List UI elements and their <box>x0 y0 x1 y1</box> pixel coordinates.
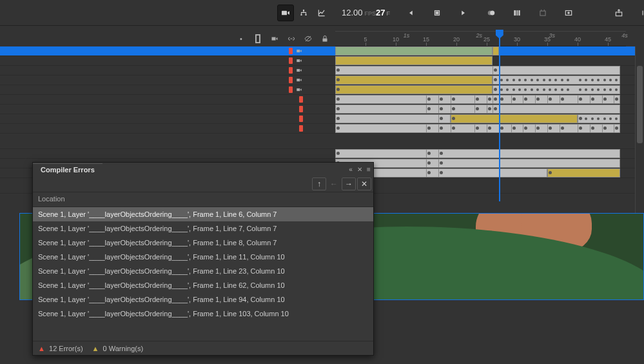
timeline-track[interactable] <box>335 134 626 148</box>
clear-button[interactable]: ✕ <box>357 177 371 190</box>
timeline-row[interactable] <box>0 46 644 56</box>
camera-column-icon[interactable] <box>269 34 280 44</box>
timeline-row[interactable] <box>0 76 644 85</box>
timeline-row[interactable] <box>0 105 644 114</box>
keyframe[interactable] <box>337 126 340 130</box>
clip[interactable] <box>335 56 493 65</box>
timeline-row[interactable] <box>0 85 644 95</box>
keyframe[interactable] <box>440 117 443 120</box>
timeline-track[interactable] <box>335 95 626 104</box>
keyframe[interactable] <box>579 126 582 130</box>
keyframe[interactable] <box>427 97 431 101</box>
clip[interactable] <box>335 66 620 75</box>
keyframe[interactable] <box>591 126 594 130</box>
timeline-row[interactable] <box>0 134 644 149</box>
layer-gutter[interactable] <box>0 85 335 94</box>
keyframe[interactable] <box>549 171 552 174</box>
clip[interactable] <box>547 168 620 177</box>
layer-gutter[interactable] <box>0 134 335 148</box>
insert-frame-button[interactable] <box>560 5 577 21</box>
clip[interactable] <box>335 46 493 56</box>
close-panel-icon[interactable]: ✕ <box>355 166 364 173</box>
error-item[interactable]: Scene 1, Layer '____layerObjectsOrdering… <box>33 221 373 236</box>
timeline-row[interactable] <box>0 114 644 124</box>
keyframe[interactable] <box>512 126 516 130</box>
keyframe[interactable] <box>561 97 564 101</box>
collapse-icon[interactable]: « <box>346 166 355 173</box>
timeline-track[interactable] <box>335 178 626 193</box>
keyframe[interactable] <box>452 126 455 130</box>
timeline-track[interactable] <box>335 46 626 56</box>
keyframe[interactable] <box>440 107 443 110</box>
timeline-track[interactable] <box>335 56 626 65</box>
timeline-ruler[interactable]: 1s2s3s4s51015202530354045 <box>335 31 626 46</box>
timeline-row[interactable] <box>0 149 644 159</box>
keyframe[interactable] <box>500 97 503 101</box>
keyframe[interactable] <box>337 97 340 101</box>
layer-gutter[interactable] <box>0 76 335 85</box>
keyframe[interactable] <box>427 152 431 155</box>
keyframe[interactable] <box>337 88 340 91</box>
prev-frame-button[interactable] <box>403 5 420 21</box>
keyframe[interactable] <box>488 97 491 101</box>
keyframe[interactable] <box>337 152 340 155</box>
timeline-track[interactable] <box>335 76 626 85</box>
error-item[interactable]: Scene 1, Layer '____layerObjectsOrdering… <box>33 292 373 307</box>
error-item[interactable]: Scene 1, Layer '____layerObjectsOrdering… <box>33 278 373 292</box>
layer-gutter[interactable] <box>0 46 335 56</box>
keyframe[interactable] <box>452 97 455 101</box>
stop-button[interactable] <box>429 5 445 21</box>
timeline-row[interactable] <box>0 124 644 134</box>
keyframe[interactable] <box>488 126 491 130</box>
keyframe[interactable] <box>427 171 431 174</box>
keyframe[interactable] <box>579 97 582 101</box>
keyframe[interactable] <box>603 97 607 101</box>
panel-menu-icon[interactable]: ≡ <box>364 166 373 173</box>
error-item[interactable]: Scene 1, Layer '____layerObjectsOrdering… <box>33 307 373 321</box>
keyframe[interactable] <box>337 78 340 81</box>
timeline-row[interactable] <box>0 95 644 105</box>
layer-gutter[interactable] <box>0 149 335 158</box>
keyframe[interactable] <box>500 126 503 130</box>
hierarchy-icon-button[interactable] <box>295 5 312 21</box>
keyframe[interactable] <box>452 107 455 110</box>
keyframe[interactable] <box>337 68 340 72</box>
keyframe[interactable] <box>427 161 431 165</box>
clip[interactable] <box>493 46 498 56</box>
lock-icon[interactable] <box>320 34 330 44</box>
timeline-track[interactable] <box>335 114 626 123</box>
clip[interactable] <box>335 85 493 94</box>
layer-gutter[interactable] <box>0 95 335 104</box>
keyframe[interactable] <box>579 117 582 120</box>
panel-title[interactable]: Compiler Errors <box>33 163 102 176</box>
error-item[interactable]: Scene 1, Layer '____layerObjectsOrdering… <box>33 250 373 264</box>
clip[interactable] <box>451 114 578 123</box>
export-button[interactable] <box>610 5 627 21</box>
clip[interactable] <box>335 149 620 158</box>
camera-icon-button[interactable] <box>277 5 294 21</box>
clip[interactable] <box>335 159 620 168</box>
keyframe[interactable] <box>591 97 594 101</box>
timeline-track[interactable] <box>335 168 626 177</box>
go-up-button[interactable]: ↑ <box>312 177 326 190</box>
clip[interactable] <box>335 114 451 123</box>
clip[interactable] <box>335 76 493 85</box>
error-list[interactable]: Scene 1, Layer '____layerObjectsOrdering… <box>33 207 373 341</box>
timeline-track[interactable] <box>335 149 626 158</box>
timeline-track[interactable] <box>335 105 626 114</box>
error-item[interactable]: Scene 1, Layer '____layerObjectsOrdering… <box>33 236 373 250</box>
timeline-track[interactable] <box>335 66 626 75</box>
keyframe[interactable] <box>603 126 607 130</box>
layer-gutter[interactable] <box>0 66 335 75</box>
layer-gutter[interactable] <box>0 105 335 114</box>
timeline-track[interactable] <box>335 124 626 133</box>
keyframe[interactable] <box>549 97 552 101</box>
timeline-track[interactable] <box>335 85 626 94</box>
scrollbar-thumb[interactable] <box>637 66 643 143</box>
onion-skin-button[interactable] <box>483 5 500 21</box>
keyframe[interactable] <box>440 171 443 174</box>
keyframe[interactable] <box>440 161 443 165</box>
timeline-row[interactable] <box>0 56 644 66</box>
keyframe[interactable] <box>488 107 491 110</box>
graph-icon-button[interactable] <box>313 5 330 21</box>
